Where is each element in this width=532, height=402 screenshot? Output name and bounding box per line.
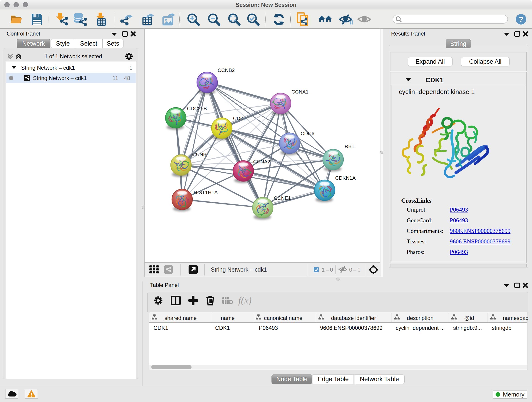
svg-text:CCNE1: CCNE1 — [274, 195, 291, 201]
svg-text:CDKN1A: CDKN1A — [335, 175, 356, 181]
svg-text:RB1: RB1 — [345, 143, 355, 149]
svg-text:CDC6: CDC6 — [301, 131, 314, 136]
svg-text:CDC25B: CDC25B — [187, 106, 207, 111]
svg-text:CCNA2: CCNA2 — [253, 159, 270, 165]
svg-text:HIST1H1A: HIST1H1A — [194, 190, 218, 195]
svg-text:CDK1: CDK1 — [233, 115, 247, 121]
svg-text:CCNA1: CCNA1 — [291, 89, 309, 95]
svg-text:CCNB2: CCNB2 — [218, 67, 235, 73]
svg-text:CCNB1: CCNB1 — [192, 152, 209, 157]
